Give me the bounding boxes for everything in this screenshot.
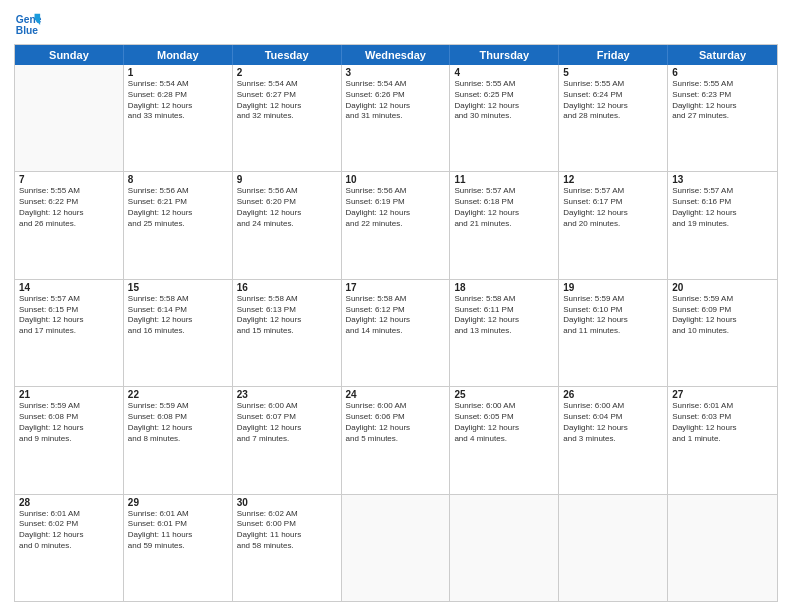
day-number-12: 12 xyxy=(563,174,663,185)
day-number-29: 29 xyxy=(128,497,228,508)
calendar-row-3: 21Sunrise: 5:59 AM Sunset: 6:08 PM Dayli… xyxy=(15,387,777,494)
day-info-19: Sunrise: 5:59 AM Sunset: 6:10 PM Dayligh… xyxy=(563,294,663,337)
calendar-cell-r1c1: 8Sunrise: 5:56 AM Sunset: 6:21 PM Daylig… xyxy=(124,172,233,278)
calendar-cell-r1c3: 10Sunrise: 5:56 AM Sunset: 6:19 PM Dayli… xyxy=(342,172,451,278)
day-number-28: 28 xyxy=(19,497,119,508)
page: General Blue SundayMondayTuesdayWednesda… xyxy=(0,0,792,612)
day-info-10: Sunrise: 5:56 AM Sunset: 6:19 PM Dayligh… xyxy=(346,186,446,229)
day-number-15: 15 xyxy=(128,282,228,293)
logo-icon: General Blue xyxy=(14,10,42,38)
day-number-27: 27 xyxy=(672,389,773,400)
calendar-cell-r3c6: 27Sunrise: 6:01 AM Sunset: 6:03 PM Dayli… xyxy=(668,387,777,493)
logo: General Blue xyxy=(14,10,46,38)
calendar-cell-r0c6: 6Sunrise: 5:55 AM Sunset: 6:23 PM Daylig… xyxy=(668,65,777,171)
day-info-20: Sunrise: 5:59 AM Sunset: 6:09 PM Dayligh… xyxy=(672,294,773,337)
calendar-cell-r3c4: 25Sunrise: 6:00 AM Sunset: 6:05 PM Dayli… xyxy=(450,387,559,493)
day-number-1: 1 xyxy=(128,67,228,78)
calendar-cell-r2c3: 17Sunrise: 5:58 AM Sunset: 6:12 PM Dayli… xyxy=(342,280,451,386)
day-number-8: 8 xyxy=(128,174,228,185)
day-info-24: Sunrise: 6:00 AM Sunset: 6:06 PM Dayligh… xyxy=(346,401,446,444)
calendar-cell-r2c1: 15Sunrise: 5:58 AM Sunset: 6:14 PM Dayli… xyxy=(124,280,233,386)
day-number-25: 25 xyxy=(454,389,554,400)
day-info-4: Sunrise: 5:55 AM Sunset: 6:25 PM Dayligh… xyxy=(454,79,554,122)
day-number-20: 20 xyxy=(672,282,773,293)
calendar-cell-r1c6: 13Sunrise: 5:57 AM Sunset: 6:16 PM Dayli… xyxy=(668,172,777,278)
day-info-5: Sunrise: 5:55 AM Sunset: 6:24 PM Dayligh… xyxy=(563,79,663,122)
calendar-cell-r0c0 xyxy=(15,65,124,171)
day-info-29: Sunrise: 6:01 AM Sunset: 6:01 PM Dayligh… xyxy=(128,509,228,552)
day-number-6: 6 xyxy=(672,67,773,78)
day-info-15: Sunrise: 5:58 AM Sunset: 6:14 PM Dayligh… xyxy=(128,294,228,337)
calendar-cell-r2c5: 19Sunrise: 5:59 AM Sunset: 6:10 PM Dayli… xyxy=(559,280,668,386)
day-info-28: Sunrise: 6:01 AM Sunset: 6:02 PM Dayligh… xyxy=(19,509,119,552)
calendar-cell-r4c0: 28Sunrise: 6:01 AM Sunset: 6:02 PM Dayli… xyxy=(15,495,124,601)
day-number-22: 22 xyxy=(128,389,228,400)
day-number-11: 11 xyxy=(454,174,554,185)
calendar-cell-r2c4: 18Sunrise: 5:58 AM Sunset: 6:11 PM Dayli… xyxy=(450,280,559,386)
calendar-cell-r1c0: 7Sunrise: 5:55 AM Sunset: 6:22 PM Daylig… xyxy=(15,172,124,278)
day-info-9: Sunrise: 5:56 AM Sunset: 6:20 PM Dayligh… xyxy=(237,186,337,229)
day-number-4: 4 xyxy=(454,67,554,78)
day-number-17: 17 xyxy=(346,282,446,293)
calendar-row-2: 14Sunrise: 5:57 AM Sunset: 6:15 PM Dayli… xyxy=(15,280,777,387)
calendar-cell-r1c4: 11Sunrise: 5:57 AM Sunset: 6:18 PM Dayli… xyxy=(450,172,559,278)
calendar-header: SundayMondayTuesdayWednesdayThursdayFrid… xyxy=(15,45,777,65)
day-info-13: Sunrise: 5:57 AM Sunset: 6:16 PM Dayligh… xyxy=(672,186,773,229)
calendar: SundayMondayTuesdayWednesdayThursdayFrid… xyxy=(14,44,778,602)
day-number-9: 9 xyxy=(237,174,337,185)
calendar-cell-r0c4: 4Sunrise: 5:55 AM Sunset: 6:25 PM Daylig… xyxy=(450,65,559,171)
calendar-cell-r0c5: 5Sunrise: 5:55 AM Sunset: 6:24 PM Daylig… xyxy=(559,65,668,171)
header: General Blue xyxy=(14,10,778,38)
header-day-tuesday: Tuesday xyxy=(233,45,342,65)
day-info-18: Sunrise: 5:58 AM Sunset: 6:11 PM Dayligh… xyxy=(454,294,554,337)
calendar-cell-r4c6 xyxy=(668,495,777,601)
day-number-5: 5 xyxy=(563,67,663,78)
calendar-cell-r0c1: 1Sunrise: 5:54 AM Sunset: 6:28 PM Daylig… xyxy=(124,65,233,171)
svg-text:Blue: Blue xyxy=(16,25,39,36)
calendar-cell-r3c5: 26Sunrise: 6:00 AM Sunset: 6:04 PM Dayli… xyxy=(559,387,668,493)
calendar-cell-r4c5 xyxy=(559,495,668,601)
calendar-cell-r4c2: 30Sunrise: 6:02 AM Sunset: 6:00 PM Dayli… xyxy=(233,495,342,601)
calendar-cell-r1c5: 12Sunrise: 5:57 AM Sunset: 6:17 PM Dayli… xyxy=(559,172,668,278)
calendar-cell-r3c0: 21Sunrise: 5:59 AM Sunset: 6:08 PM Dayli… xyxy=(15,387,124,493)
day-info-21: Sunrise: 5:59 AM Sunset: 6:08 PM Dayligh… xyxy=(19,401,119,444)
calendar-body: 1Sunrise: 5:54 AM Sunset: 6:28 PM Daylig… xyxy=(15,65,777,601)
day-info-7: Sunrise: 5:55 AM Sunset: 6:22 PM Dayligh… xyxy=(19,186,119,229)
day-number-24: 24 xyxy=(346,389,446,400)
calendar-cell-r2c6: 20Sunrise: 5:59 AM Sunset: 6:09 PM Dayli… xyxy=(668,280,777,386)
calendar-cell-r0c3: 3Sunrise: 5:54 AM Sunset: 6:26 PM Daylig… xyxy=(342,65,451,171)
day-info-1: Sunrise: 5:54 AM Sunset: 6:28 PM Dayligh… xyxy=(128,79,228,122)
calendar-cell-r4c1: 29Sunrise: 6:01 AM Sunset: 6:01 PM Dayli… xyxy=(124,495,233,601)
header-day-friday: Friday xyxy=(559,45,668,65)
calendar-cell-r3c1: 22Sunrise: 5:59 AM Sunset: 6:08 PM Dayli… xyxy=(124,387,233,493)
header-day-thursday: Thursday xyxy=(450,45,559,65)
day-info-14: Sunrise: 5:57 AM Sunset: 6:15 PM Dayligh… xyxy=(19,294,119,337)
day-number-2: 2 xyxy=(237,67,337,78)
day-info-17: Sunrise: 5:58 AM Sunset: 6:12 PM Dayligh… xyxy=(346,294,446,337)
day-info-27: Sunrise: 6:01 AM Sunset: 6:03 PM Dayligh… xyxy=(672,401,773,444)
calendar-row-1: 7Sunrise: 5:55 AM Sunset: 6:22 PM Daylig… xyxy=(15,172,777,279)
day-number-3: 3 xyxy=(346,67,446,78)
day-number-13: 13 xyxy=(672,174,773,185)
day-info-22: Sunrise: 5:59 AM Sunset: 6:08 PM Dayligh… xyxy=(128,401,228,444)
day-info-12: Sunrise: 5:57 AM Sunset: 6:17 PM Dayligh… xyxy=(563,186,663,229)
calendar-cell-r3c3: 24Sunrise: 6:00 AM Sunset: 6:06 PM Dayli… xyxy=(342,387,451,493)
day-number-10: 10 xyxy=(346,174,446,185)
day-number-26: 26 xyxy=(563,389,663,400)
day-number-21: 21 xyxy=(19,389,119,400)
day-info-8: Sunrise: 5:56 AM Sunset: 6:21 PM Dayligh… xyxy=(128,186,228,229)
calendar-row-0: 1Sunrise: 5:54 AM Sunset: 6:28 PM Daylig… xyxy=(15,65,777,172)
header-day-saturday: Saturday xyxy=(668,45,777,65)
calendar-cell-r2c2: 16Sunrise: 5:58 AM Sunset: 6:13 PM Dayli… xyxy=(233,280,342,386)
day-number-18: 18 xyxy=(454,282,554,293)
day-number-7: 7 xyxy=(19,174,119,185)
day-number-19: 19 xyxy=(563,282,663,293)
day-info-25: Sunrise: 6:00 AM Sunset: 6:05 PM Dayligh… xyxy=(454,401,554,444)
day-number-14: 14 xyxy=(19,282,119,293)
header-day-wednesday: Wednesday xyxy=(342,45,451,65)
day-number-30: 30 xyxy=(237,497,337,508)
calendar-cell-r2c0: 14Sunrise: 5:57 AM Sunset: 6:15 PM Dayli… xyxy=(15,280,124,386)
day-number-23: 23 xyxy=(237,389,337,400)
day-info-11: Sunrise: 5:57 AM Sunset: 6:18 PM Dayligh… xyxy=(454,186,554,229)
calendar-cell-r4c3 xyxy=(342,495,451,601)
